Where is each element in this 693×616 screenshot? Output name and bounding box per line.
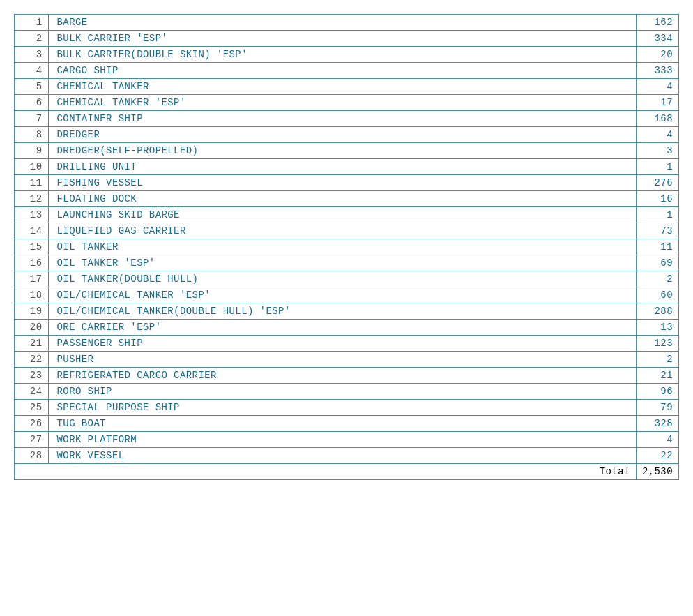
total-label: Total: [48, 464, 636, 480]
vessel-type-label: CHEMICAL TANKER: [48, 79, 636, 95]
table-row: 18OIL/CHEMICAL TANKER 'ESP'60: [15, 287, 678, 303]
table-row: 26TUG BOAT328: [15, 416, 678, 432]
vessel-type-label: WORK PLATFORM: [48, 432, 636, 448]
table-row: 24RORO SHIP96: [15, 384, 678, 400]
vessel-type-label: CONTAINER SHIP: [48, 111, 636, 127]
table-row: 8DREDGER4: [15, 127, 678, 143]
table-row: 28WORK VESSEL22: [15, 448, 678, 464]
table-row: 2BULK CARRIER 'ESP'334: [15, 31, 678, 47]
row-index: 22: [15, 352, 48, 368]
vessel-count: 22: [636, 448, 678, 464]
vessel-type-label: ORE CARRIER 'ESP': [48, 320, 636, 336]
table-row: 25SPECIAL PURPOSE SHIP79: [15, 400, 678, 416]
vessel-count: 73: [636, 223, 678, 239]
table-row: 6CHEMICAL TANKER 'ESP'17: [15, 95, 678, 111]
row-index: 26: [15, 416, 48, 432]
vessel-type-label: DREDGER: [48, 127, 636, 143]
row-index: 9: [15, 143, 48, 159]
vessel-count: 162: [636, 15, 678, 31]
vessel-type-label: PASSENGER SHIP: [48, 336, 636, 352]
total-row: Total2,530: [15, 464, 678, 480]
vessel-count: 276: [636, 175, 678, 191]
vessel-type-label: LAUNCHING SKID BARGE: [48, 207, 636, 223]
vessel-count: 123: [636, 336, 678, 352]
vessel-count: 4: [636, 432, 678, 448]
table-row: 21PASSENGER SHIP123: [15, 336, 678, 352]
vessel-type-label: OIL TANKER: [48, 239, 636, 255]
table-row: 4CARGO SHIP333: [15, 63, 678, 79]
row-index: 7: [15, 111, 48, 127]
row-index: 4: [15, 63, 48, 79]
row-index: 25: [15, 400, 48, 416]
vessel-count: 334: [636, 31, 678, 47]
row-index: 11: [15, 175, 48, 191]
row-index: 19: [15, 303, 48, 320]
vessel-type-label: SPECIAL PURPOSE SHIP: [48, 400, 636, 416]
row-index: 15: [15, 239, 48, 255]
vessel-type-label: BULK CARRIER(DOUBLE SKIN) 'ESP': [48, 47, 636, 63]
row-index: 28: [15, 448, 48, 464]
vessel-count: 4: [636, 127, 678, 143]
row-index: 13: [15, 207, 48, 223]
vessel-count: 328: [636, 416, 678, 432]
vessel-count: 20: [636, 47, 678, 63]
vessel-count: 3: [636, 143, 678, 159]
row-index: 6: [15, 95, 48, 111]
vessel-count: 69: [636, 255, 678, 271]
vessel-count: 16: [636, 191, 678, 207]
table-row: 17OIL TANKER(DOUBLE HULL)2: [15, 271, 678, 287]
table-row: 9DREDGER(SELF-PROPELLED)3: [15, 143, 678, 159]
vessel-type-label: CARGO SHIP: [48, 63, 636, 79]
vessel-type-label: DRILLING UNIT: [48, 159, 636, 175]
vessel-count: 17: [636, 95, 678, 111]
table-row: 3BULK CARRIER(DOUBLE SKIN) 'ESP'20: [15, 47, 678, 63]
row-index: 23: [15, 368, 48, 384]
vessel-count: 11: [636, 239, 678, 255]
row-index: 18: [15, 287, 48, 303]
vessel-count: 79: [636, 400, 678, 416]
row-index: 21: [15, 336, 48, 352]
vessel-count: 4: [636, 79, 678, 95]
row-index: 8: [15, 127, 48, 143]
total-empty-cell: [15, 464, 48, 480]
vessel-type-label: PUSHER: [48, 352, 636, 368]
row-index: 27: [15, 432, 48, 448]
vessel-count: 21: [636, 368, 678, 384]
vessel-type-label: CHEMICAL TANKER 'ESP': [48, 95, 636, 111]
vessel-table: 1BARGE1622BULK CARRIER 'ESP'3343BULK CAR…: [15, 15, 678, 479]
row-index: 12: [15, 191, 48, 207]
vessel-count: 1: [636, 207, 678, 223]
total-value: 2,530: [636, 464, 678, 480]
table-row: 11FISHING VESSEL276: [15, 175, 678, 191]
table-row: 1BARGE162: [15, 15, 678, 31]
row-index: 5: [15, 79, 48, 95]
row-index: 1: [15, 15, 48, 31]
vessel-type-label: WORK VESSEL: [48, 448, 636, 464]
row-index: 16: [15, 255, 48, 271]
table-row: 15OIL TANKER11: [15, 239, 678, 255]
vessel-type-label: FLOATING DOCK: [48, 191, 636, 207]
vessel-count: 168: [636, 111, 678, 127]
vessel-count: 60: [636, 287, 678, 303]
vessel-count: 1: [636, 159, 678, 175]
vessel-count: 13: [636, 320, 678, 336]
vessel-type-label: LIQUEFIED GAS CARRIER: [48, 223, 636, 239]
row-index: 24: [15, 384, 48, 400]
vessel-type-label: OIL/CHEMICAL TANKER(DOUBLE HULL) 'ESP': [48, 303, 636, 320]
vessel-count: 333: [636, 63, 678, 79]
row-index: 10: [15, 159, 48, 175]
vessel-type-label: BARGE: [48, 15, 636, 31]
vessel-count: 2: [636, 352, 678, 368]
table-row: 20ORE CARRIER 'ESP'13: [15, 320, 678, 336]
row-index: 3: [15, 47, 48, 63]
vessel-type-label: OIL TANKER(DOUBLE HULL): [48, 271, 636, 287]
table-row: 23REFRIGERATED CARGO CARRIER21: [15, 368, 678, 384]
table-row: 13LAUNCHING SKID BARGE1: [15, 207, 678, 223]
vessel-type-label: BULK CARRIER 'ESP': [48, 31, 636, 47]
row-index: 17: [15, 271, 48, 287]
vessel-count: 288: [636, 303, 678, 320]
vessel-type-label: FISHING VESSEL: [48, 175, 636, 191]
table-row: 7CONTAINER SHIP168: [15, 111, 678, 127]
table-row: 22PUSHER2: [15, 352, 678, 368]
vessel-type-label: OIL TANKER 'ESP': [48, 255, 636, 271]
